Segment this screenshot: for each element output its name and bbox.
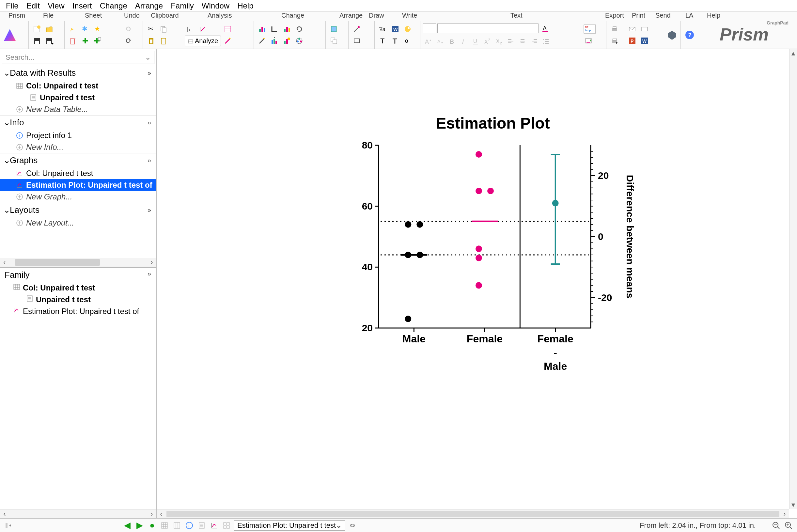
canvas-hscroll[interactable]: ‹ › (157, 509, 789, 518)
duplicate-sheet-icon[interactable] (92, 35, 103, 46)
open-file-icon[interactable] (44, 23, 55, 35)
prism-icon[interactable] (3, 28, 17, 42)
plot-title[interactable]: Estimation Plot (346, 114, 640, 132)
table-import-icon[interactable] (222, 23, 233, 35)
nav-section-header[interactable]: ⌄ Graphs » (0, 153, 156, 167)
zoom-out-icon[interactable] (771, 520, 781, 531)
nav-item[interactable]: New Info... (0, 141, 156, 153)
send-word-icon[interactable]: W (639, 35, 650, 46)
search-input[interactable]: Search... (2, 51, 154, 64)
next-sheet-icon[interactable]: ▶ (134, 520, 145, 531)
align-center-icon[interactable] (517, 36, 528, 47)
family-header[interactable]: Family » (0, 268, 156, 282)
star-icon[interactable]: ★ (92, 23, 103, 35)
nav-section-header[interactable]: ⌄ Data with Results » (0, 66, 156, 80)
zoom-in-icon[interactable] (783, 520, 794, 531)
expand-icon[interactable]: » (148, 119, 151, 126)
canvas-vscroll[interactable]: ▴ ▾ (789, 49, 797, 509)
sheet-selector[interactable]: Estimation Plot: Unpaired t test ⌄ (234, 520, 345, 531)
dataset-options-icon[interactable] (281, 35, 292, 46)
arrange-top-icon[interactable] (328, 23, 339, 35)
font-decrease-icon[interactable]: A▾ (435, 36, 446, 47)
line-spacing-icon[interactable] (540, 36, 552, 47)
menu-edit[interactable]: Edit (22, 1, 44, 11)
nav-item[interactable]: Estimation Plot: Unpaired t test of (0, 179, 156, 191)
labarchives-icon[interactable] (666, 28, 678, 42)
highlight-icon[interactable] (67, 23, 78, 35)
info-nav-icon[interactable]: i (184, 520, 194, 531)
underline-icon[interactable]: U (470, 36, 481, 47)
nav-section-header[interactable]: ⌄ Info » (0, 116, 156, 130)
send-powerpoint-icon[interactable]: P (627, 35, 638, 46)
italic-icon[interactable]: I (458, 36, 469, 47)
scroll-right-icon[interactable]: › (147, 258, 156, 267)
nav-item[interactable]: New Graph... (0, 191, 156, 203)
nav-item[interactable]: Col: Unpaired t test (0, 167, 156, 179)
scroll-left-icon[interactable]: ‹ (157, 510, 166, 518)
print-setup-icon[interactable]: ▾ (609, 35, 620, 46)
draw-line-icon[interactable] (351, 23, 362, 35)
arrange-bottom-icon[interactable] (328, 35, 339, 46)
menu-change[interactable]: Change (96, 1, 131, 11)
text-outline-icon[interactable]: T (390, 35, 401, 46)
clipboard-icon[interactable] (158, 35, 169, 46)
family-item[interactable]: Col: Unpaired t test (0, 282, 156, 294)
word-icon[interactable]: W (390, 23, 401, 35)
delete-icon[interactable] (67, 35, 78, 46)
results-nav-icon[interactable] (196, 520, 207, 531)
scroll-right-icon[interactable]: › (147, 510, 156, 518)
nav-item[interactable]: New Data Table... (0, 103, 156, 115)
change-chart-type-icon[interactable] (257, 23, 268, 35)
expand-icon[interactable]: » (148, 270, 151, 278)
scroll-down-icon[interactable]: ▾ (790, 501, 797, 509)
object-icon[interactable] (402, 23, 413, 35)
equation-icon[interactable]: √a (377, 23, 388, 35)
add-sheet-icon[interactable] (80, 35, 91, 46)
menu-arrange[interactable]: Arrange (131, 1, 167, 11)
greek-icon[interactable]: α (402, 35, 413, 46)
graph-canvas[interactable]: Estimation Plot 20406080-20020Difference… (157, 49, 797, 518)
scroll-right-icon[interactable]: › (780, 510, 789, 518)
scroll-left-icon[interactable]: ‹ (0, 258, 9, 267)
collapse-nav-icon[interactable] (3, 520, 14, 531)
analyze-button[interactable]: Analyze (185, 36, 221, 46)
nav-item[interactable]: Col: Unpaired t test (0, 80, 156, 92)
expand-icon[interactable]: » (148, 69, 151, 77)
cut-icon[interactable]: ✂ (146, 23, 157, 35)
menu-insert[interactable]: Insert (69, 1, 96, 11)
undo-icon[interactable] (123, 35, 134, 46)
prev-sheet-icon[interactable]: ◀ (122, 520, 133, 531)
menu-help[interactable]: Help (233, 1, 257, 11)
family-item[interactable]: Unpaired t test (0, 294, 156, 305)
print-icon[interactable] (609, 23, 620, 35)
menu-window[interactable]: Window (198, 1, 233, 11)
estimation-plot[interactable]: 20406080-20020Difference between meansMa… (353, 139, 633, 387)
scroll-up-icon[interactable]: ▴ (790, 49, 797, 57)
font-color-icon[interactable]: A (540, 23, 551, 34)
menu-view[interactable]: View (44, 1, 69, 11)
reorder-icon[interactable] (269, 35, 280, 46)
nav-item[interactable]: iProject info 1 (0, 130, 156, 141)
analysis-opt2-icon[interactable] (197, 24, 208, 35)
align-left-icon[interactable] (505, 36, 516, 47)
scrollbar-thumb[interactable] (167, 511, 779, 517)
nav-item[interactable]: Unpaired t test (0, 92, 156, 103)
text-icon[interactable]: T (377, 35, 388, 46)
color-scheme-icon[interactable] (281, 23, 292, 35)
bold-icon[interactable]: B (447, 36, 458, 47)
export-tiff-bmp-icon[interactable]: tiffbmp (583, 23, 596, 35)
menu-family[interactable]: Family (167, 1, 198, 11)
link-icon[interactable]: ● (147, 520, 157, 531)
nav-hscroll[interactable]: ‹ › (0, 258, 156, 267)
draw-shape-icon[interactable] (351, 35, 362, 46)
expand-icon[interactable]: » (148, 157, 151, 164)
send-other-icon[interactable] (639, 23, 650, 35)
color-picker-icon[interactable] (294, 35, 305, 46)
wand2-icon[interactable]: ✦ (257, 35, 268, 46)
family-item[interactable]: Estimation Plot: Unpaired t test of (0, 305, 156, 317)
redo-icon[interactable] (123, 23, 134, 35)
graph-nav-icon[interactable] (209, 520, 219, 531)
freeze-icon[interactable]: ✱ (80, 23, 91, 35)
menu-file[interactable]: File (2, 1, 22, 11)
nav-item[interactable]: New Layout... (0, 217, 156, 229)
